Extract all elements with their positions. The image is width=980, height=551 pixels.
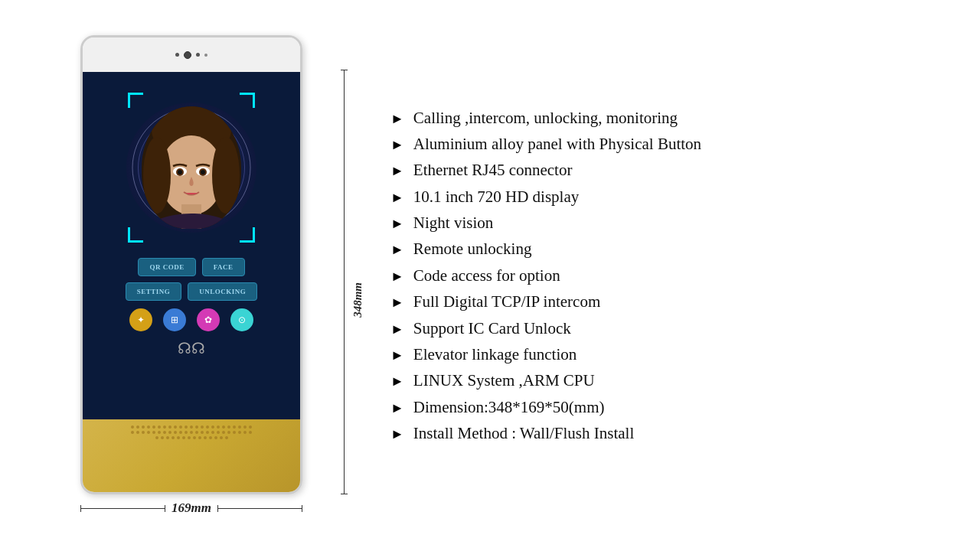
speaker-dot [152, 425, 155, 429]
feature-arrow-icon: ► [390, 293, 404, 311]
speaker-dot [131, 431, 134, 434]
speaker-dot [172, 436, 175, 439]
device-wrapper: QR CODE FACE SETTING UNLOCKING ✦ [80, 35, 302, 494]
speaker-dot [238, 425, 241, 429]
device-screen: QR CODE FACE SETTING UNLOCKING ✦ [83, 72, 300, 419]
setting-btn[interactable]: SETTING [126, 282, 182, 301]
device-bottom-panel [83, 419, 300, 492]
v-line [344, 70, 345, 494]
qr-code-btn[interactable]: QR CODE [138, 258, 195, 276]
dot-right [196, 53, 200, 57]
width-label: 169mm [165, 500, 217, 516]
device: QR CODE FACE SETTING UNLOCKING ✦ [80, 35, 302, 494]
speaker-dot [168, 425, 172, 429]
icon-pink: ✿ [197, 308, 220, 331]
device-top-bar [83, 37, 300, 72]
speaker-dot [174, 425, 177, 429]
height-label: 348mm [351, 282, 364, 318]
speaker-dot [193, 436, 196, 439]
icon-blue-symbol: ⊞ [171, 315, 178, 326]
speaker-dot [190, 431, 193, 434]
speaker-dot [249, 431, 252, 434]
speaker-dot [222, 431, 225, 434]
dot-center [184, 51, 191, 59]
speaker-dot [206, 431, 209, 434]
speaker-dot [195, 425, 198, 429]
feature-arrow-icon: ► [390, 214, 404, 233]
speaker-dot [152, 431, 155, 434]
feature-item: ►Night vision [390, 210, 949, 236]
speaker-dot [220, 436, 223, 439]
feature-arrow-icon: ► [390, 399, 404, 417]
btn-row-top: QR CODE FACE [138, 258, 244, 276]
feature-text-5: Remote unlocking [413, 238, 532, 259]
speaker-dot [217, 431, 220, 434]
feature-arrow-icon: ► [390, 109, 404, 128]
btn-row-bottom: SETTING UNLOCKING [126, 282, 258, 301]
speaker-dot [233, 425, 236, 429]
corner-tl [128, 93, 143, 108]
feature-text-8: Support IC Card Unlock [413, 318, 571, 339]
speaker-dot [233, 431, 236, 434]
scan-box [126, 91, 256, 244]
speaker-dot [204, 436, 207, 439]
h-line [80, 508, 165, 509]
face-recognition-area [119, 83, 264, 252]
speaker-dot [147, 425, 150, 429]
corner-bl [128, 227, 143, 243]
icon-cyan-symbol: ⊙ [238, 315, 246, 326]
feature-arrow-icon: ► [390, 161, 404, 180]
feature-text-1: Aluminium alloy panel with Physical Butt… [413, 133, 701, 155]
speaker-dot [155, 436, 158, 439]
feature-item: ►Dimension:348*169*50(mm) [390, 394, 949, 420]
feature-arrow-icon: ► [390, 320, 404, 338]
speaker-dot [179, 425, 182, 429]
feature-text-4: Night vision [413, 212, 493, 233]
speaker-dot [131, 425, 134, 429]
camera-dots [175, 51, 207, 59]
nfc-icon: ☊☊ [178, 340, 205, 357]
speaker-dot [225, 436, 228, 439]
dimension-diagram: QR CODE FACE SETTING UNLOCKING ✦ [80, 35, 302, 516]
icon-gold-symbol: ✦ [137, 315, 145, 326]
speaker-dot [168, 431, 172, 434]
speaker-dot [158, 425, 161, 429]
dot-far-right [204, 54, 207, 57]
feature-item: ►Calling ,intercom, unlocking, monitorin… [390, 105, 949, 131]
speaker-dot [249, 425, 252, 429]
speaker-dot [198, 436, 201, 439]
unlocking-btn[interactable]: UNLOCKING [188, 282, 257, 301]
main-container: QR CODE FACE SETTING UNLOCKING ✦ [0, 0, 980, 551]
feature-arrow-icon: ► [390, 425, 404, 443]
speaker-dot [243, 425, 247, 429]
nfc-area: ☊☊ [178, 339, 205, 357]
feature-item: ►Support IC Card Unlock [390, 315, 949, 341]
speaker-dot [174, 431, 177, 434]
feature-item: ►Ethernet RJ45 connector [390, 157, 949, 183]
face-btn[interactable]: FACE [202, 258, 245, 276]
dot-left [175, 53, 179, 57]
feature-text-9: Elevator linkage function [413, 344, 577, 365]
speaker-dot [177, 436, 180, 439]
feature-text-2: Ethernet RJ45 connector [413, 159, 573, 181]
feature-arrow-icon: ► [390, 267, 404, 285]
speaker-dot [136, 431, 139, 434]
speaker-dot [188, 436, 191, 439]
feature-item: ►Full Digital TCP/IP intercom [390, 289, 949, 315]
speaker-dot [166, 436, 169, 439]
speaker-dot [190, 425, 193, 429]
device-section: QR CODE FACE SETTING UNLOCKING ✦ [15, 8, 368, 543]
speaker-dot [136, 425, 139, 429]
feature-text-12: Install Method : Wall/Flush Install [413, 422, 634, 444]
corner-tr [240, 93, 255, 108]
speaker-dot [182, 436, 185, 439]
icon-row: ✦ ⊞ ✿ ⊙ [129, 308, 253, 331]
speaker-dot [195, 431, 198, 434]
speaker-dot [201, 431, 204, 434]
h-line-right [217, 508, 302, 509]
feature-text-6: Code access for option [413, 265, 560, 286]
feature-arrow-icon: ► [390, 372, 404, 390]
feature-item: ►Install Method : Wall/Flush Install [390, 420, 949, 446]
icon-blue: ⊞ [163, 308, 186, 331]
speaker-dot [222, 425, 225, 429]
